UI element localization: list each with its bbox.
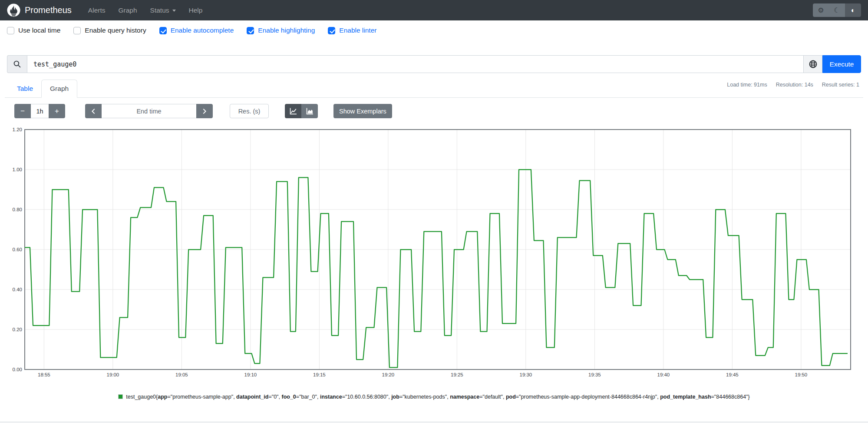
tab-graph[interactable]: Graph (41, 80, 77, 98)
range-stepper: − 1h + (14, 104, 65, 118)
range-decrease-button[interactable]: − (14, 104, 31, 118)
stacked-chart-button[interactable] (301, 104, 318, 118)
svg-text:19:35: 19:35 (588, 372, 601, 377)
range-value[interactable]: 1h (31, 104, 49, 118)
svg-text:19:30: 19:30 (519, 372, 532, 377)
nav-graph[interactable]: Graph (112, 3, 143, 18)
query-expression-input[interactable] (27, 55, 803, 73)
panel-divider (0, 422, 868, 423)
svg-text:19:05: 19:05 (175, 372, 188, 377)
svg-text:18:55: 18:55 (38, 372, 50, 377)
checkbox-icon (328, 27, 335, 34)
chart-type-toggle (285, 104, 318, 118)
prometheus-brand[interactable]: Prometheus (7, 3, 72, 17)
show-exemplars-button[interactable]: Show Exemplars (333, 104, 392, 118)
use-local-time-checkbox[interactable]: Use local time (7, 27, 60, 34)
moon-icon: ☾ (834, 6, 840, 14)
svg-text:0.60: 0.60 (13, 247, 22, 252)
svg-text:1.00: 1.00 (13, 167, 22, 172)
line-chart-button[interactable] (285, 104, 301, 118)
end-time-input[interactable] (102, 104, 196, 118)
nav-links: Alerts Graph Status Help (82, 3, 209, 18)
time-forward-button[interactable] (196, 104, 213, 118)
checkbox-icon (7, 27, 14, 34)
nav-help[interactable]: Help (183, 3, 209, 18)
stacked-area-icon (306, 107, 314, 115)
enable-autocomplete-checkbox[interactable]: Enable autocomplete (159, 27, 234, 34)
series-label: test_gauge0{app="prometheus-sample-app",… (126, 394, 749, 400)
svg-text:19:10: 19:10 (244, 372, 257, 377)
chart-legend[interactable]: test_gauge0{app="prometheus-sample-app",… (5, 394, 863, 400)
svg-text:0.00: 0.00 (13, 367, 22, 372)
enable-query-history-checkbox[interactable]: Enable query history (73, 27, 146, 34)
nav-alerts[interactable]: Alerts (82, 3, 112, 18)
query-options-row: Use local time Enable query history Enab… (7, 27, 389, 34)
dark-theme-button[interactable]: ☾ (829, 3, 845, 17)
prometheus-logo-icon (7, 3, 20, 17)
theme-toggle-group: ⚙ ☾ ◐ (813, 3, 861, 17)
auto-theme-button[interactable]: ◐ (845, 3, 861, 17)
svg-text:19:40: 19:40 (657, 372, 670, 377)
search-icon (13, 60, 21, 68)
range-increase-button[interactable]: + (49, 104, 65, 118)
svg-text:0.20: 0.20 (13, 327, 22, 332)
svg-text:19:25: 19:25 (451, 372, 463, 377)
svg-text:0.40: 0.40 (13, 287, 22, 292)
nav-status-dropdown[interactable]: Status (144, 3, 182, 18)
chevron-right-icon (201, 108, 208, 114)
panel-tabs: Table Graph (5, 80, 863, 98)
chart-area: 0.000.200.400.600.801.001.2018:5519:0019… (11, 125, 858, 388)
series-swatch-icon (118, 394, 123, 399)
execute-button[interactable]: Execute (822, 55, 861, 73)
graph-panel: − 1h + (5, 98, 863, 422)
brand-title: Prometheus (25, 5, 72, 15)
svg-text:19:45: 19:45 (726, 372, 739, 377)
enable-linter-checkbox[interactable]: Enable linter (328, 27, 376, 34)
graph-canvas[interactable]: 0.000.200.400.600.801.001.2018:5519:0019… (11, 125, 858, 386)
svg-text:19:20: 19:20 (382, 372, 394, 377)
auto-contrast-icon: ◐ (851, 7, 855, 14)
svg-text:0.80: 0.80 (13, 207, 22, 212)
line-chart-icon (290, 107, 297, 115)
checkbox-icon (73, 27, 81, 34)
svg-text:19:50: 19:50 (795, 372, 807, 377)
resolution-input[interactable] (230, 104, 269, 118)
svg-text:19:00: 19:00 (106, 372, 119, 377)
sun-icon: ⚙ (818, 6, 824, 14)
checkbox-icon (247, 27, 254, 34)
chevron-left-icon (90, 108, 96, 114)
globe-icon (809, 60, 817, 68)
metrics-explorer-button[interactable] (803, 55, 822, 73)
search-addon (7, 55, 27, 73)
navbar: Prometheus Alerts Graph Status Help ⚙ ☾ … (0, 0, 868, 20)
svg-text:1.20: 1.20 (13, 127, 22, 132)
checkbox-icon (159, 27, 167, 34)
tab-table[interactable]: Table (9, 80, 41, 97)
svg-text:19:15: 19:15 (313, 372, 326, 377)
end-time-stepper (85, 104, 213, 118)
chevron-down-icon (172, 10, 176, 12)
light-theme-button[interactable]: ⚙ (813, 3, 829, 17)
query-bar: Execute (7, 55, 861, 73)
graph-controls: − 1h + (5, 98, 863, 118)
time-back-button[interactable] (85, 104, 102, 118)
enable-highlighting-checkbox[interactable]: Enable highlighting (247, 27, 315, 34)
